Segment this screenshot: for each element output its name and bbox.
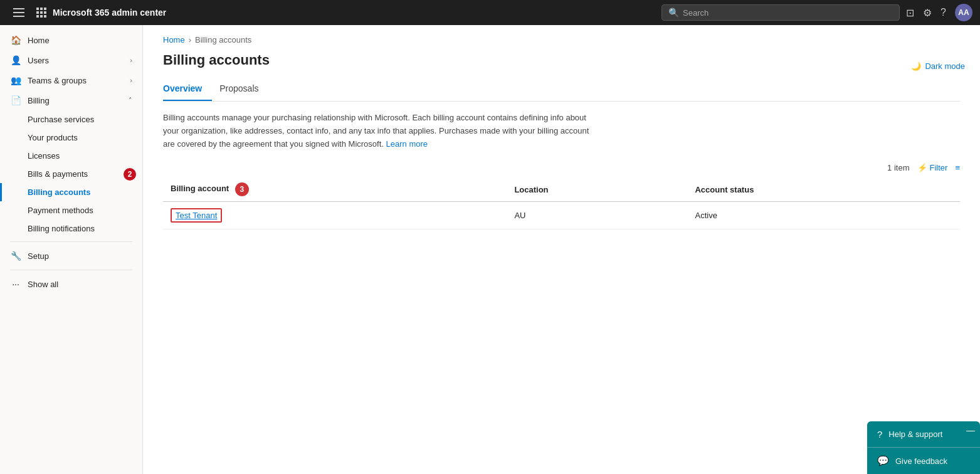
chevron-down-icon: › (130, 76, 132, 84)
sidebar-item-users-label: Users (28, 56, 49, 65)
sidebar-item-teams-label: Teams & groups (28, 76, 87, 85)
sidebar-item-purchase-services[interactable]: Purchase services (28, 110, 142, 129)
portal-icon[interactable]: ⊡ (906, 7, 914, 19)
sidebar-item-billing[interactable]: 📄 Billing ˄ (0, 90, 142, 110)
col-billing-account: Billing account 3 (163, 177, 507, 202)
give-feedback-label: Give feedback (895, 456, 947, 466)
sidebar-item-licenses[interactable]: Licenses (28, 147, 142, 165)
chevron-up-icon: ˄ (129, 97, 132, 105)
sidebar-item-teams-groups[interactable]: 👥 Teams & groups › (0, 70, 142, 90)
settings-icon[interactable]: ⚙ (923, 7, 932, 19)
description: Billing accounts manage your purchasing … (163, 112, 602, 150)
sidebar-item-home[interactable]: 🏠 Home (0, 30, 142, 50)
sidebar-item-bills-payments[interactable]: Bills & payments 2 (28, 165, 142, 183)
give-feedback-button[interactable]: 💬 Give feedback (867, 447, 980, 474)
sidebar-item-setup-label: Setup (28, 251, 49, 261)
avatar[interactable]: AA (955, 4, 972, 21)
billing-submenu: Purchase services Your products Licenses… (0, 110, 142, 238)
setup-icon: 🔧 (10, 251, 21, 261)
more-icon: ··· (10, 279, 21, 289)
search-icon: 🔍 (668, 8, 679, 18)
tab-overview[interactable]: Overview (163, 78, 212, 101)
moon-icon: 🌙 (911, 61, 921, 71)
billing-accounts-table: Billing account 3 Location Account statu… (163, 177, 960, 229)
billing-icon: 📄 (10, 95, 21, 105)
table-row: Test Tenant AU Active (163, 202, 960, 229)
sidebar-item-users[interactable]: 👤 Users › (0, 50, 142, 70)
tab-proposals[interactable]: Proposals (219, 78, 268, 101)
help-support-button[interactable]: ? Help & support (867, 421, 980, 447)
billing-account-link[interactable]: Test Tenant (171, 208, 222, 223)
sidebar-item-billing-notifications[interactable]: Billing notifications (28, 219, 142, 238)
breadcrumb-home[interactable]: Home (163, 35, 185, 45)
help-support-icon: ? (877, 429, 882, 440)
top-nav: Microsoft 365 admin center 🔍 ⊡ ⚙ ? AA (0, 0, 980, 25)
dark-mode-label: Dark mode (925, 61, 965, 71)
tabs: Overview Proposals (163, 78, 960, 102)
location-cell: AU (507, 202, 687, 229)
annotation-3: 3 (235, 182, 249, 196)
sidebar: 🏠 Home 👤 Users › 👥 Teams & groups › 📄 Bi… (0, 25, 143, 474)
waffle-icon[interactable] (36, 8, 46, 18)
sidebar-item-home-label: Home (28, 36, 50, 45)
help-panel: — ? Help & support 💬 Give feedback (867, 421, 980, 474)
sidebar-item-your-products[interactable]: Your products (28, 129, 142, 147)
breadcrumb-current: Billing accounts (195, 35, 251, 45)
main-content: 🌙 Dark mode Home › Billing accounts Bill… (143, 25, 980, 474)
minimize-button[interactable]: — (966, 425, 975, 435)
columns-icon: ≡ (955, 163, 960, 172)
search-input[interactable] (683, 8, 893, 18)
sidebar-item-show-all-label: Show all (28, 280, 58, 289)
feedback-icon: 💬 (877, 455, 889, 466)
sidebar-item-billing-accounts[interactable]: Billing accounts (28, 183, 142, 201)
breadcrumb-separator: › (189, 35, 191, 45)
help-support-label: Help & support (888, 429, 942, 439)
filter-icon: ⚡ (917, 163, 927, 172)
chevron-down-icon: › (130, 56, 132, 64)
help-icon[interactable]: ? (940, 7, 946, 18)
col-location: Location (507, 177, 687, 202)
hamburger-menu[interactable] (8, 1, 30, 24)
search-bar[interactable]: 🔍 (661, 4, 900, 21)
top-nav-icons: ⊡ ⚙ ? AA (906, 4, 972, 21)
home-icon: 🏠 (10, 35, 21, 45)
page-title: Billing accounts (163, 52, 960, 68)
dark-mode-button[interactable]: 🌙 Dark mode (911, 61, 965, 71)
breadcrumb: Home › Billing accounts (163, 35, 960, 45)
sidebar-item-setup[interactable]: 🔧 Setup (0, 246, 142, 266)
teams-icon: 👥 (10, 75, 21, 85)
filter-button[interactable]: ⚡ Filter (917, 163, 948, 172)
col-account-status: Account status (687, 177, 960, 202)
sidebar-item-show-all[interactable]: ··· Show all (0, 274, 142, 294)
toolbar: 1 item ⚡ Filter ≡ (163, 163, 960, 172)
account-status-cell: Active (687, 202, 960, 229)
users-icon: 👤 (10, 55, 21, 65)
billing-account-cell: Test Tenant (163, 202, 507, 229)
bills-badge: 2 (124, 168, 136, 181)
app-title: Microsoft 365 admin center (53, 8, 655, 18)
learn-more-link[interactable]: Learn more (386, 139, 428, 149)
sidebar-item-payment-methods[interactable]: Payment methods (28, 201, 142, 219)
item-count: 1 item (887, 163, 909, 172)
sidebar-item-billing-label: Billing (28, 96, 50, 105)
columns-button[interactable]: ≡ (955, 163, 960, 172)
